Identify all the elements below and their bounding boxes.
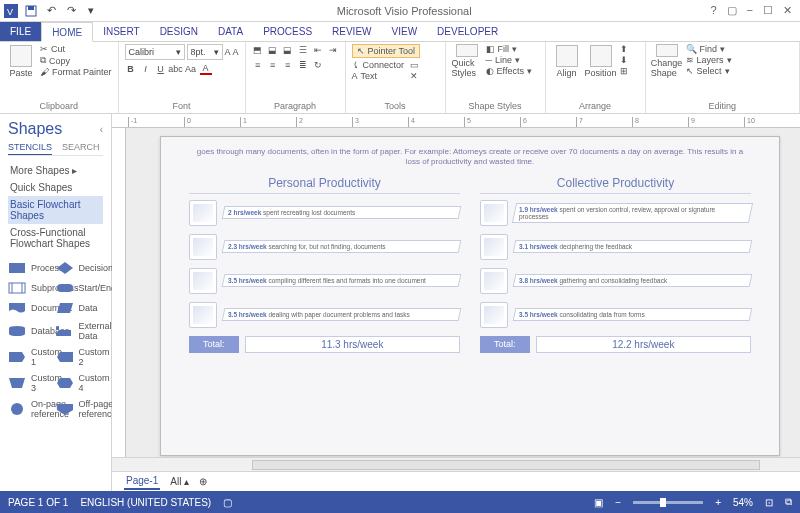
align-middle-icon[interactable]: ⬓ — [267, 44, 279, 56]
rotate-icon[interactable]: ↻ — [312, 59, 324, 71]
tab-developer[interactable]: DEVELOPER — [427, 22, 508, 41]
shape-item[interactable]: Custom 2 — [56, 344, 104, 370]
zoom-in-icon[interactable]: + — [715, 497, 721, 508]
more-shapes-item[interactable]: More Shapes ▸ — [8, 162, 103, 179]
bold-icon[interactable]: B — [125, 63, 137, 75]
text-case-icon[interactable]: Aa — [185, 63, 197, 75]
undo-icon[interactable]: ↶ — [44, 4, 58, 18]
underline-icon[interactable]: U — [155, 63, 167, 75]
send-back-icon[interactable]: ⬇ — [620, 55, 628, 65]
font-size-combo[interactable]: 8pt.▾ — [187, 44, 223, 60]
page-tab[interactable]: Page-1 — [124, 473, 160, 490]
copy-button[interactable]: ⧉Copy — [40, 55, 112, 66]
row-text: 3.5 hrs/week consolidating data from for… — [513, 308, 753, 321]
stencil-item[interactable]: Quick Shapes — [8, 179, 103, 196]
quick-styles-button[interactable]: Quick Styles — [452, 44, 482, 78]
bullets-icon[interactable]: ☰ — [297, 44, 309, 56]
effects-button[interactable]: ◐Effects▾ — [486, 66, 532, 76]
align-left-icon[interactable]: ≡ — [252, 59, 264, 71]
help-icon[interactable]: ? — [710, 4, 716, 17]
tab-file[interactable]: FILE — [0, 22, 41, 41]
paste-button[interactable]: Paste — [6, 44, 36, 78]
format-painter-button[interactable]: 🖌Format Painter — [40, 67, 112, 77]
align-center-icon[interactable]: ≡ — [267, 59, 279, 71]
tab-view[interactable]: VIEW — [382, 22, 428, 41]
shape-item[interactable]: External Data — [56, 318, 104, 344]
shape-item[interactable]: Process — [8, 258, 56, 278]
tab-review[interactable]: REVIEW — [322, 22, 381, 41]
ribbon-collapse-icon[interactable]: ▢ — [727, 4, 737, 17]
align-top-icon[interactable]: ⬒ — [252, 44, 264, 56]
layers-button[interactable]: ≋Layers▾ — [686, 55, 732, 65]
maximize-icon[interactable]: ☐ — [763, 4, 773, 17]
group-icon[interactable]: ⊞ — [620, 66, 628, 76]
position-button[interactable]: Position — [586, 44, 616, 78]
font-color-icon[interactable]: A — [200, 63, 212, 75]
italic-icon[interactable]: I — [140, 63, 152, 75]
zoom-level[interactable]: 54% — [733, 497, 753, 508]
tab-design[interactable]: DESIGN — [150, 22, 208, 41]
shape-item[interactable]: Custom 1 — [8, 344, 56, 370]
macro-recorder-icon[interactable]: ▢ — [223, 497, 232, 508]
shape-item[interactable]: Custom 3 — [8, 370, 56, 396]
collapse-icon[interactable]: ‹ — [100, 124, 103, 135]
shape-item[interactable]: Subprocess — [8, 278, 56, 298]
minimize-icon[interactable]: − — [747, 4, 753, 17]
shape-item[interactable]: Off-page reference — [56, 396, 104, 422]
language-indicator[interactable]: ENGLISH (UNITED STATES) — [80, 497, 211, 508]
switch-windows-icon[interactable]: ⧉ — [785, 496, 792, 508]
zoom-slider[interactable] — [633, 501, 703, 504]
shape-label: External Data — [79, 321, 112, 341]
close-icon[interactable]: ✕ — [783, 4, 792, 17]
drawing-page[interactable]: goes through many documents, often in th… — [160, 136, 780, 456]
freeform-tool-icon[interactable]: ✕ — [410, 71, 419, 81]
line-button[interactable]: ─Line▾ — [486, 55, 532, 65]
change-shape-button[interactable]: Change Shape — [652, 44, 682, 78]
indent-dec-icon[interactable]: ⇤ — [312, 44, 324, 56]
align-right-icon[interactable]: ≡ — [282, 59, 294, 71]
stencil-item[interactable]: Cross-Functional Flowchart Shapes — [8, 224, 103, 252]
zoom-out-icon[interactable]: − — [615, 497, 621, 508]
tab-home[interactable]: HOME — [41, 22, 93, 42]
cut-button[interactable]: ✂Cut — [40, 44, 112, 54]
search-tab[interactable]: SEARCH — [62, 142, 100, 152]
fill-button[interactable]: ◧Fill▾ — [486, 44, 532, 54]
save-icon[interactable] — [24, 4, 38, 18]
shape-item[interactable]: Custom 4 — [56, 370, 104, 396]
tab-insert[interactable]: INSERT — [93, 22, 150, 41]
text-tool-button[interactable]: AText — [352, 71, 405, 81]
all-pages-tab[interactable]: All ▴ — [170, 476, 189, 487]
shape-item[interactable]: Start/End — [56, 278, 104, 298]
font-family-combo[interactable]: Calibri▾ — [125, 44, 185, 60]
shape-item[interactable]: Database — [8, 318, 56, 344]
bring-front-icon[interactable]: ⬆ — [620, 44, 628, 54]
redo-icon[interactable]: ↷ — [64, 4, 78, 18]
connector-button[interactable]: ⤹Connector — [352, 60, 405, 70]
shape-item[interactable]: Document — [8, 298, 56, 318]
fit-page-icon[interactable]: ⊡ — [765, 497, 773, 508]
find-button[interactable]: 🔍Find▾ — [686, 44, 732, 54]
increase-font-icon[interactable]: A — [225, 44, 231, 60]
stencils-tab[interactable]: STENCILS — [8, 142, 52, 155]
add-page-icon[interactable]: ⊕ — [199, 476, 207, 487]
rectangle-tool-icon[interactable]: ▭ — [410, 60, 419, 70]
justify-icon[interactable]: ≣ — [297, 59, 309, 71]
decrease-font-icon[interactable]: A — [233, 44, 239, 60]
page-indicator[interactable]: PAGE 1 OF 1 — [8, 497, 68, 508]
presentation-mode-icon[interactable]: ▣ — [594, 497, 603, 508]
horizontal-scrollbar[interactable] — [112, 457, 800, 471]
pointer-tool-button[interactable]: ↖Pointer Tool — [352, 44, 420, 58]
stencil-item[interactable]: Basic Flowchart Shapes — [8, 196, 103, 224]
align-button[interactable]: Align — [552, 44, 582, 78]
tab-process[interactable]: PROCESS — [253, 22, 322, 41]
qat-more-icon[interactable]: ▾ — [84, 4, 98, 18]
indent-inc-icon[interactable]: ⇥ — [327, 44, 339, 56]
align-bottom-icon[interactable]: ⬓ — [282, 44, 294, 56]
strike-icon[interactable]: abc — [170, 63, 182, 75]
canvas[interactable]: goes through many documents, often in th… — [126, 128, 800, 457]
tab-data[interactable]: DATA — [208, 22, 253, 41]
shape-item[interactable]: On-page reference — [8, 396, 56, 422]
shape-item[interactable]: Data — [56, 298, 104, 318]
select-button[interactable]: ↖Select▾ — [686, 66, 732, 76]
shape-item[interactable]: Decision — [56, 258, 104, 278]
